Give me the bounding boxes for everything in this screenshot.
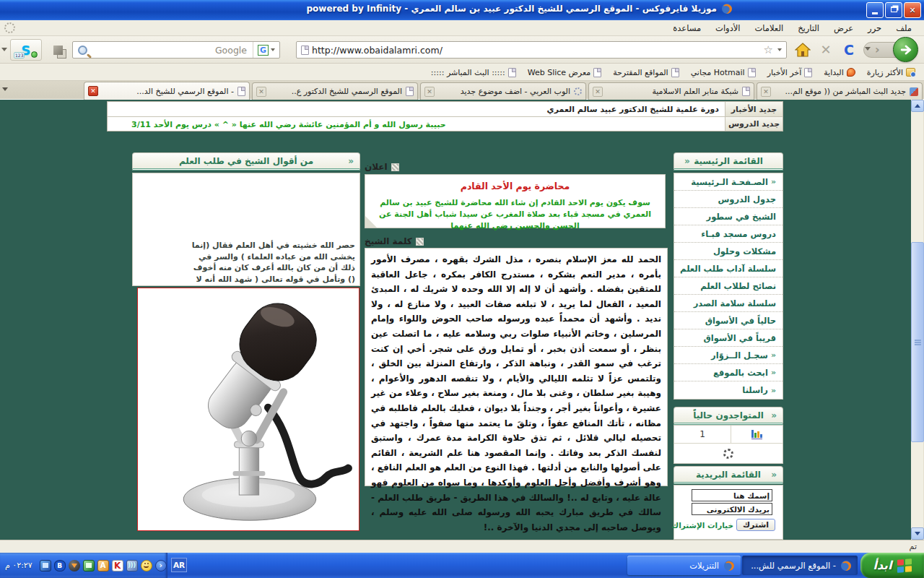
page-icon (804, 68, 812, 77)
tab-page-icon (237, 87, 245, 96)
messenger-tray-icon[interactable]: A (97, 560, 109, 571)
bookmark-most-visited[interactable]: الأكثر زيارة (863, 66, 920, 79)
taskbar-button-downloads[interactable]: التنزيلات (627, 556, 741, 575)
sidebar-item-knowledge-etiquette[interactable]: سلسلة آداب طلب العلم (674, 260, 783, 277)
smart-folder-icon (906, 68, 915, 77)
scroll-up-button[interactable] (911, 100, 924, 112)
page-scrollbar[interactable] (911, 100, 924, 540)
bookmark-latest-news[interactable]: آخر الأخبار (763, 66, 817, 79)
kaspersky-icon[interactable]: K (112, 560, 123, 571)
back-button[interactable] (893, 37, 918, 62)
news-text[interactable]: دورة علمية للشيخ الدكتور عبيد سالم العمر… (108, 102, 725, 116)
tab-manabir-network[interactable]: شبكة منابر العلم الاسلامية ✕ (588, 82, 754, 100)
stats-link[interactable] (731, 426, 783, 443)
bookmark-getting-started[interactable]: البداية (819, 66, 860, 79)
bookmark-webslice-gallery[interactable]: معرض Web Slice (523, 66, 606, 79)
close-button[interactable]: ✕ (904, 2, 921, 18)
sidebar-item-sound-heart[interactable]: سلسلة سلامة الصدر (674, 295, 783, 312)
menu-bookmarks[interactable]: العلامات (749, 22, 790, 35)
network-signal-icon[interactable]: ))) (126, 560, 138, 571)
sidebar-item-site-search[interactable]: «ابحث بالموقع (674, 364, 783, 381)
sidebar-item-now-in-markets[interactable]: حالياً في الأسواق (674, 312, 783, 329)
home-button[interactable] (793, 43, 811, 57)
url-bar[interactable]: http://www.obaidalamri.com/ ☆ (296, 41, 787, 59)
up-arrow-icon (915, 104, 920, 108)
sidebar-item-lessons-schedule[interactable]: جدول الدروس (674, 191, 783, 208)
bookmark-live-broadcast[interactable]: ::::: البث المباشر ::::: (427, 66, 520, 79)
menu-bar: ملف حرر عرض التاريخ العلامات الأدوات مسا… (0, 20, 924, 36)
bookmark-hotmail[interactable]: Hotmail مجاني (687, 66, 760, 79)
display-settings-icon[interactable] (40, 560, 51, 571)
tab-close-icon[interactable]: ✕ (593, 87, 603, 97)
news-ticker: جديد الأخبار دورة علمية للشيخ الدكتور عب… (107, 101, 783, 131)
page-fold-icon (365, 216, 377, 228)
restore-button[interactable] (885, 2, 902, 18)
tab-close-icon[interactable]: ✕ (88, 86, 98, 96)
skype-extension-button[interactable]: S 123 (10, 39, 42, 61)
sidebar-item-home[interactable]: «الصـفحـة الـرئيسية (674, 173, 783, 191)
skype-badge: 123 (14, 52, 25, 59)
tab-official-site-active[interactable]: - الموقع الرسمي للشيخ الد... ✕ (84, 82, 250, 100)
search-placeholder[interactable]: Google (87, 45, 253, 56)
url-dropdown-icon[interactable] (777, 48, 782, 51)
menu-history[interactable]: التاريخ (791, 22, 826, 35)
minimize-button[interactable] (866, 2, 884, 18)
name-field[interactable] (692, 489, 772, 501)
menu-help[interactable]: مساعدة (666, 22, 707, 35)
page-icon (508, 68, 516, 77)
url-text[interactable]: http://www.obaidalamri.com/ (312, 45, 764, 56)
window-extension-button[interactable] (45, 39, 71, 61)
bookmark-suggested-sites[interactable]: المواقع المقترحة (609, 66, 684, 79)
menu-edit[interactable]: حرر (861, 22, 888, 35)
start-button[interactable]: ابدأ (860, 553, 924, 578)
show-hidden-icons-chevron[interactable]: › (155, 560, 167, 571)
sidebar-item-contact-us[interactable]: «راسلنا (674, 381, 783, 399)
search-bar[interactable]: Google G (72, 41, 280, 59)
system-tray: ٠٢:٢٧ م B A K ))) › (0, 553, 167, 578)
tab-close-icon[interactable]: ✕ (424, 87, 435, 97)
menu-file[interactable]: ملف (889, 22, 918, 35)
minimize-icon (872, 12, 878, 14)
bluetooth-icon[interactable]: B (54, 560, 66, 571)
scroll-down-button[interactable] (911, 527, 924, 540)
bookmark-star-icon[interactable]: ☆ (764, 43, 773, 56)
sidebar-item-problems-solutions[interactable]: مشكلات وحلول (674, 243, 783, 260)
main-menu-header: « القائمة الرئيسية (674, 152, 783, 171)
download-manager-icon[interactable] (69, 560, 80, 571)
header-arrow-icon: « (771, 410, 777, 420)
reload-button[interactable]: C (840, 41, 858, 59)
yahoo-smiley-icon[interactable] (141, 560, 152, 571)
taskbar-button-active-site[interactable]: - الموقع الرسمي للش... (742, 556, 858, 575)
sidebar-item-guestbook[interactable]: «سجـل الــزوّار (674, 347, 783, 364)
tab-close-icon[interactable]: ✕ (761, 87, 771, 97)
stop-button[interactable]: ✕ (816, 41, 835, 59)
sidebar-item-students-advice[interactable]: نصائح لطلاب العلم (674, 277, 783, 295)
subscribe-button[interactable]: اشترك (736, 519, 775, 531)
graphics-tray-icon[interactable] (83, 560, 95, 571)
tab-arab-web[interactable]: الوب العربي - اضف موضوع جديد ✕ (420, 82, 586, 100)
tab-official-site-2[interactable]: الموقع الرسمي للشيخ الدكتور ع.. ✕ (252, 82, 418, 100)
all-tabs-dropdown-icon[interactable] (2, 87, 8, 91)
restore-icon (891, 7, 897, 12)
search-icon[interactable] (78, 46, 87, 55)
menu-view[interactable]: عرض (827, 22, 860, 35)
taskbar-clock[interactable]: ٠٢:٢٧ م (5, 561, 32, 570)
item-arrow-icon: « (771, 350, 776, 360)
scrollbar-thumb[interactable] (911, 242, 924, 442)
toolbar-overflow-icon[interactable] (1, 48, 7, 51)
mailing-list-header: القائمة البريدية « (674, 466, 783, 484)
email-field[interactable] (692, 503, 772, 515)
sayings-marquee: حصر الله خشيته في أهل العلم فقال (إنما ي… (132, 173, 360, 286)
menu-tools[interactable]: الأدوات (709, 22, 746, 35)
language-indicator[interactable]: AR (171, 558, 187, 572)
tab-live-broadcast[interactable]: جديد البث المباشر من (( موقع الم... ✕ (757, 82, 923, 100)
status-bar: تم (0, 540, 924, 553)
lessons-text[interactable]: حبيبة رسول الله و أم المؤمنين عائشة رضي … (126, 117, 452, 131)
sidebar-item-soon-in-markets[interactable]: قريباً في الأسواق (674, 329, 783, 347)
search-engine-selector[interactable]: G (253, 42, 279, 58)
sidebar-item-quba-lessons[interactable]: دروس مسجد قبـاء (674, 225, 783, 243)
history-dropdown-icon[interactable] (865, 47, 871, 51)
tab-close-icon[interactable]: ✕ (256, 87, 266, 97)
sidebar-item-sheikh-bio[interactable]: الشيخ في سطور (674, 208, 783, 225)
subscription-options-link[interactable]: خيارات الإشتراك (672, 521, 733, 530)
